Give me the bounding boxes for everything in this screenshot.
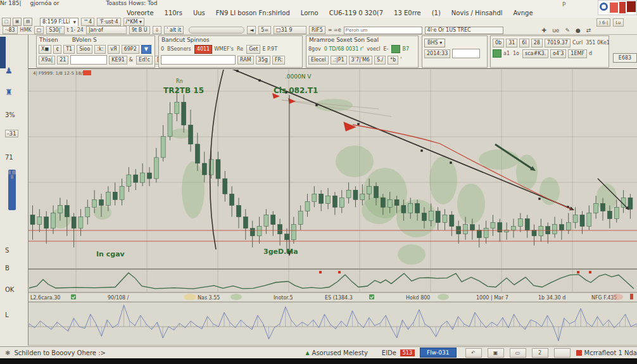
panel-button-o4-3[interactable]: o4'3 <box>550 49 566 58</box>
grid-button[interactable]: ▢ <box>34 26 44 34</box>
panel-button-v[interactable]: vЯ <box>108 45 119 54</box>
mini-button-lu[interactable]: Lu <box>613 18 623 27</box>
figure-icon[interactable]: ♟ <box>5 66 13 75</box>
red-axis-tick <box>630 294 633 299</box>
panel-button-3-7-m6[interactable]: 3'7|'M6 <box>349 56 372 65</box>
b-label[interactable]: B <box>5 265 9 272</box>
vertical-tab[interactable] <box>0 37 6 68</box>
minus31-button[interactable]: -31 <box>5 130 18 137</box>
panel-button-ed-c[interactable]: Ed!c <box>136 56 153 65</box>
panel-button-elecel[interactable]: Elecel <box>308 56 329 65</box>
candle <box>202 163 206 175</box>
green-smudge <box>336 146 374 177</box>
menu-item-13-e0rre[interactable]: 13 E0rre <box>394 9 421 16</box>
box31-button[interactable]: □31 9 <box>274 26 306 34</box>
panel-button-1emf[interactable]: 1EMF <box>568 49 587 58</box>
window-icon-button[interactable]: ▣ <box>488 348 504 358</box>
panel-button-31[interactable]: 31 <box>506 39 517 47</box>
window-control-1[interactable]: ▢ <box>2 18 11 26</box>
panel-button-69p2[interactable]: 69P2 <box>122 45 139 54</box>
search-input[interactable] <box>344 27 422 34</box>
panel-button-28[interactable]: 28 <box>531 39 543 47</box>
panel-button-6l[interactable]: 6l <box>519 39 529 47</box>
e683-button[interactable]: E683 <box>613 53 637 63</box>
menu-item-cu6-119-0-320-7[interactable]: CU6-119 0 320(7 <box>329 9 383 16</box>
menu-item-novis-hinsahdl[interactable]: Novis / Hinsahdl <box>451 9 503 16</box>
percent-label[interactable]: 3% <box>5 111 15 118</box>
s30-button[interactable]: S30|' <box>46 26 64 34</box>
two-icon-button[interactable]: 2 <box>532 348 548 358</box>
button-83[interactable]: ·-83 <box>3 26 18 34</box>
zoom-slider[interactable] <box>189 27 244 34</box>
panel-button-0b[interactable]: 0b <box>493 39 504 47</box>
panel-button-35g[interactable]: 35g <box>256 56 270 65</box>
panel-input[interactable] <box>452 49 480 58</box>
vertical-ribbon[interactable]: || ||| || <box>8 170 16 210</box>
window-control-3[interactable]: ▤ <box>23 18 32 26</box>
panel-button-sioo[interactable]: Sioo <box>77 45 92 54</box>
ue-icon[interactable]: ue <box>552 27 559 34</box>
menu-item-avnge[interactable]: Avnge <box>514 9 533 16</box>
panel-button-s[interactable]: S./ <box>374 56 386 65</box>
panel-button-get[interactable]: Get <box>246 45 260 54</box>
panel-button-x9a[interactable]: X9a| <box>39 56 55 65</box>
panel-button-7019-37[interactable]: 7019.37 <box>545 39 571 47</box>
panel-input[interactable] <box>70 55 107 65</box>
panel-blue-button[interactable]: ▼ <box>141 45 151 54</box>
pencil-icon[interactable]: ✎ <box>565 27 570 34</box>
panel-button-k[interactable]: :k: <box>94 45 106 54</box>
panel-button-2014-33[interactable]: 2014:33 <box>424 49 450 58</box>
anof-button[interactable]: |an·of <box>86 26 127 34</box>
swap-icon[interactable]: ⇄ <box>586 27 591 34</box>
rif5-button[interactable]: RIF5 <box>309 26 325 34</box>
panel-button-b[interactable]: *b <box>388 56 398 65</box>
menu-item-uus[interactable]: Uus <box>193 9 205 16</box>
panel-input[interactable] <box>161 55 236 65</box>
bubble-icon[interactable]: ● <box>576 27 581 34</box>
undo-icon-button[interactable]: ↶ <box>465 348 482 358</box>
9tbu-button[interactable]: 9t B Ú <box>129 26 150 34</box>
symbol-combo[interactable]: 8:159 F:LLi ▼ <box>40 18 79 27</box>
panel-red-button-4011[interactable]: 4011 <box>194 45 212 54</box>
building-icon[interactable]: ♜ <box>5 87 13 97</box>
menu-item-fn9-li-boson-fn-shirlod[interactable]: FN9 LI boson Fn:shirlod <box>216 9 290 16</box>
tm4-button[interactable]: ™4 <box>81 18 94 26</box>
panel-button-item[interactable]: ¢ <box>53 45 61 54</box>
altit-button[interactable]: ' alt it <box>164 26 184 34</box>
panel-label-d: d <box>589 51 592 56</box>
candle <box>271 215 275 225</box>
candle <box>291 225 296 240</box>
menu-item-110rs[interactable]: 110rs <box>165 9 182 16</box>
km-dropdown[interactable]: /*KM ▾ <box>123 18 144 26</box>
menu-item-voreorte[interactable]: Voreorte <box>127 9 154 16</box>
panel-button-ram[interactable]: RAM <box>237 56 254 65</box>
menu-item-lorno[interactable]: Lorno <box>301 9 318 16</box>
bottom-black-bar <box>0 358 637 364</box>
blank-box-button[interactable] <box>554 348 571 358</box>
panel-button-p1[interactable]: .:|P1 <box>331 56 347 65</box>
panel-button-sca-k3[interactable]: sca#K3. <box>522 49 548 58</box>
mini-button-6[interactable]: ) 6-| <box>596 18 610 27</box>
window-control-2[interactable]: ▣ <box>13 18 22 26</box>
ok-label[interactable]: OK <box>5 286 14 293</box>
panel-dropdown-bhs[interactable]: BHS ▾ <box>424 39 445 47</box>
left-arrow-button[interactable]: ◄ <box>247 26 256 34</box>
panel-button-ke91[interactable]: KE91 <box>109 56 127 65</box>
panel-button-x[interactable]: X◼ <box>39 45 51 54</box>
5eq-button[interactable]: 5= <box>258 26 271 34</box>
panel-button-t1[interactable]: T1 <box>63 45 75 54</box>
panel-icon-button[interactable]: ▭ <box>510 348 526 358</box>
filter-button[interactable]: Flw-031 <box>420 348 456 358</box>
l-label[interactable]: L <box>5 311 9 318</box>
menu-item-1[interactable]: (1) <box>432 9 441 16</box>
panel-button-21[interactable]: 21 <box>57 56 68 65</box>
seventyone-label[interactable]: 71 <box>5 154 13 161</box>
panel-button-fr[interactable]: FR: <box>272 56 286 65</box>
pointer-icon[interactable]: ✚ <box>542 27 547 34</box>
fust4-button[interactable]: 'F·ust·4 <box>97 18 120 26</box>
candle <box>339 198 344 207</box>
pin-icon[interactable]: P <box>562 1 565 8</box>
s-label[interactable]: S <box>5 247 9 254</box>
green-smudge <box>429 156 457 204</box>
down-arrow-button[interactable]: ⇩ <box>153 26 162 34</box>
